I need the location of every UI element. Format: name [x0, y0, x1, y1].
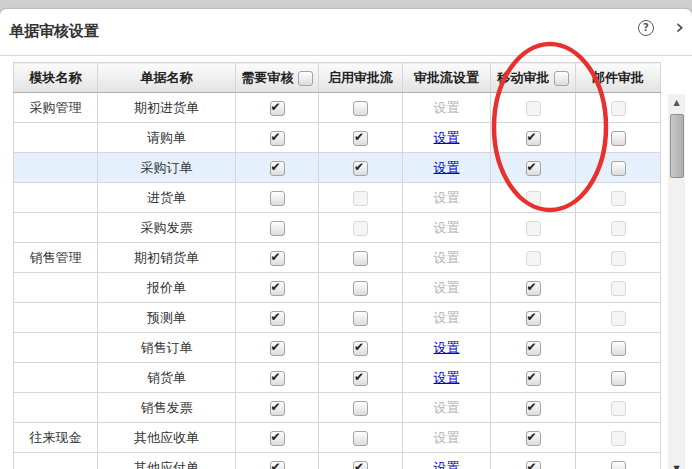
doc-name-cell: 销售订单 — [98, 333, 236, 363]
need-audit-checkbox[interactable] — [270, 401, 285, 416]
mobile-approval-checkbox[interactable] — [526, 371, 541, 386]
approval-flow-checkbox[interactable] — [353, 341, 368, 356]
need-audit-checkbox[interactable] — [270, 191, 285, 206]
cell — [491, 93, 576, 123]
email-approval-checkbox[interactable] — [611, 461, 626, 469]
need-audit-checkbox[interactable] — [270, 461, 285, 469]
cell — [236, 183, 319, 213]
module-name-cell — [14, 123, 98, 153]
approval-flow-checkbox[interactable] — [353, 431, 368, 446]
email-approval-checkbox — [611, 221, 626, 236]
email-approval-checkbox[interactable] — [611, 161, 626, 176]
cell — [576, 93, 661, 123]
need-audit-checkbox[interactable] — [270, 251, 285, 266]
cell — [236, 93, 319, 123]
header-email-approval: 邮件审批 — [576, 63, 661, 93]
flow-setting-link[interactable]: 设置 — [434, 130, 460, 145]
cell — [236, 423, 319, 453]
scrollbar-thumb[interactable] — [670, 114, 684, 178]
header-approval-flow: 启用审批流 — [319, 63, 403, 93]
cell — [319, 303, 403, 333]
need-audit-checkbox[interactable] — [270, 281, 285, 296]
help-icon[interactable]: ? — [638, 20, 654, 36]
cell — [576, 333, 661, 363]
approval-flow-checkbox[interactable] — [353, 461, 368, 469]
need-audit-checkbox[interactable] — [270, 341, 285, 356]
mobile-approval-checkbox[interactable] — [526, 461, 541, 469]
mobile-approval-select-all-checkbox[interactable] — [554, 71, 569, 86]
cell: 设置 — [403, 363, 491, 393]
email-approval-checkbox[interactable] — [611, 371, 626, 386]
table-row: 请购单设置 — [14, 123, 661, 153]
scroll-down-icon[interactable]: ▼ — [668, 462, 685, 469]
approval-flow-checkbox — [353, 191, 368, 206]
mobile-approval-checkbox — [526, 251, 541, 266]
cell — [319, 243, 403, 273]
cell — [576, 393, 661, 423]
cell — [236, 333, 319, 363]
email-approval-checkbox — [611, 401, 626, 416]
mobile-approval-checkbox[interactable] — [526, 281, 541, 296]
need-audit-select-all-checkbox[interactable] — [298, 71, 313, 86]
flow-setting-link[interactable]: 设置 — [434, 460, 460, 469]
email-approval-checkbox[interactable] — [611, 131, 626, 146]
title-bar: 单据审核设置 ? › — [0, 9, 692, 56]
flow-setting-link: 设置 — [434, 280, 460, 295]
table-header-row: 模块名称 单据名称 需要审核 启用审批流 审批流设置 移动审批 邮件审批 — [14, 63, 661, 93]
flow-setting-link: 设置 — [434, 100, 460, 115]
doc-name-cell: 其他应付单 — [98, 453, 236, 469]
cell — [576, 243, 661, 273]
mobile-approval-checkbox[interactable] — [526, 401, 541, 416]
flow-setting-link[interactable]: 设置 — [434, 340, 460, 355]
table-row: 销售发票设置 — [14, 393, 661, 423]
header-module: 模块名称 — [14, 63, 98, 93]
cell — [319, 183, 403, 213]
approval-flow-checkbox[interactable] — [353, 401, 368, 416]
approval-flow-checkbox[interactable] — [353, 371, 368, 386]
doc-name-cell: 报价单 — [98, 273, 236, 303]
email-approval-checkbox[interactable] — [611, 341, 626, 356]
cell — [319, 423, 403, 453]
approval-flow-checkbox[interactable] — [353, 101, 368, 116]
approval-flow-checkbox[interactable] — [353, 251, 368, 266]
cell — [319, 213, 403, 243]
approval-flow-checkbox[interactable] — [353, 161, 368, 176]
mobile-approval-checkbox[interactable] — [526, 341, 541, 356]
need-audit-checkbox[interactable] — [270, 311, 285, 326]
doc-name-cell: 采购订单 — [98, 153, 236, 183]
module-name-cell: 销售管理 — [14, 243, 98, 273]
flow-setting-link: 设置 — [434, 220, 460, 235]
need-audit-checkbox[interactable] — [270, 431, 285, 446]
need-audit-checkbox[interactable] — [270, 221, 285, 236]
need-audit-checkbox[interactable] — [270, 371, 285, 386]
mobile-approval-checkbox[interactable] — [526, 311, 541, 326]
mobile-approval-checkbox[interactable] — [526, 131, 541, 146]
email-approval-checkbox — [611, 431, 626, 446]
cell — [236, 393, 319, 423]
approval-flow-checkbox[interactable] — [353, 131, 368, 146]
mobile-approval-checkbox[interactable] — [526, 161, 541, 176]
cell — [576, 453, 661, 469]
flow-setting-link[interactable]: 设置 — [434, 160, 460, 175]
flow-setting-link: 设置 — [434, 400, 460, 415]
doc-name-cell: 预测单 — [98, 303, 236, 333]
module-name-cell — [14, 183, 98, 213]
approval-flow-checkbox[interactable] — [353, 281, 368, 296]
approval-flow-checkbox[interactable] — [353, 311, 368, 326]
mobile-approval-checkbox[interactable] — [526, 431, 541, 446]
cell — [576, 213, 661, 243]
scroll-up-icon[interactable]: ▲ — [668, 96, 685, 110]
need-audit-checkbox[interactable] — [270, 131, 285, 146]
need-audit-checkbox[interactable] — [270, 101, 285, 116]
table-row: 进货单设置 — [14, 183, 661, 213]
flow-setting-link[interactable]: 设置 — [434, 370, 460, 385]
cell — [236, 273, 319, 303]
table-row: 报价单设置 — [14, 273, 661, 303]
doc-name-cell: 其他应收单 — [98, 423, 236, 453]
need-audit-checkbox[interactable] — [270, 161, 285, 176]
vertical-scrollbar[interactable]: ▲ ▼ — [668, 94, 685, 469]
module-name-cell — [14, 333, 98, 363]
chevron-right-icon[interactable]: › — [675, 14, 684, 40]
cell — [319, 273, 403, 303]
module-name-cell — [14, 363, 98, 393]
